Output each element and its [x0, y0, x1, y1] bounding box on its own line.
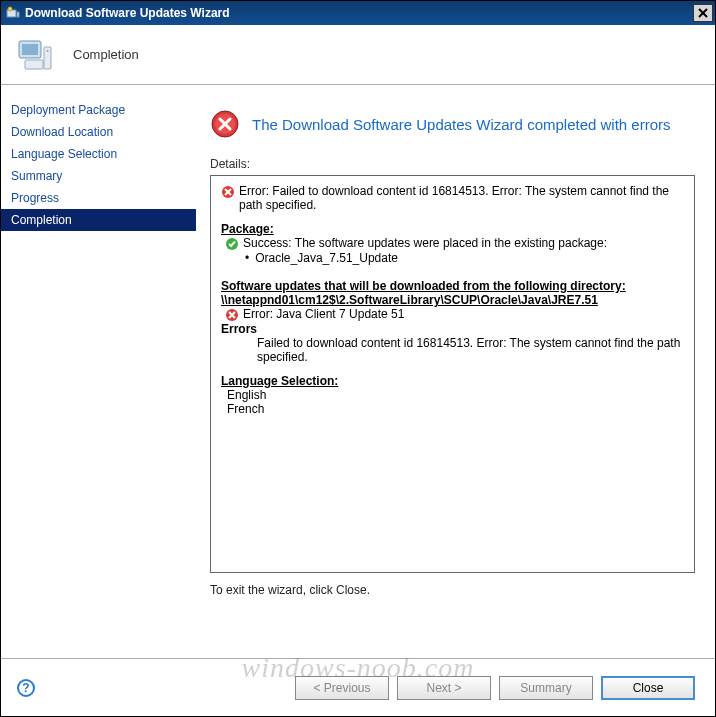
window-close-button[interactable]	[693, 4, 713, 22]
download-dir-heading: Software updates that will be downloaded…	[221, 279, 684, 307]
result-message: The Download Software Updates Wizard com…	[252, 116, 671, 133]
details-label: Details:	[210, 157, 695, 171]
exit-instruction: To exit the wizard, click Close.	[210, 583, 695, 597]
summary-button: Summary	[499, 676, 593, 700]
computer-icon	[15, 35, 55, 75]
svg-point-9	[47, 50, 49, 52]
sidebar-item-deployment-package[interactable]: Deployment Package	[1, 99, 196, 121]
errors-heading: Errors	[221, 322, 684, 336]
body: Deployment Package Download Location Lan…	[1, 85, 715, 658]
package-heading: Package:	[221, 222, 684, 236]
errors-body: Failed to download content id 16814513. …	[257, 336, 684, 364]
next-button: Next >	[397, 676, 491, 700]
language-heading: Language Selection:	[221, 374, 684, 388]
result-row: The Download Software Updates Wizard com…	[210, 109, 695, 139]
package-name: Oracle_Java_7.51_Update	[255, 251, 398, 265]
error-icon	[225, 308, 239, 322]
sidebar-item-language-selection[interactable]: Language Selection	[1, 143, 196, 165]
sidebar: Deployment Package Download Location Lan…	[1, 85, 196, 658]
previous-button: < Previous	[295, 676, 389, 700]
language-1: French	[227, 402, 684, 416]
package-success-row: Success: The software updates were place…	[221, 236, 684, 251]
item-error-row: Error: Java Client 7 Update 51	[221, 307, 684, 322]
sidebar-item-completion[interactable]: Completion	[1, 209, 196, 231]
details-box[interactable]: Error: Failed to download content id 168…	[210, 175, 695, 573]
main-pane: The Download Software Updates Wizard com…	[196, 85, 715, 658]
success-icon	[225, 237, 239, 251]
svg-rect-7	[25, 60, 43, 69]
window-title: Download Software Updates Wizard	[25, 6, 230, 20]
header: Completion	[1, 25, 715, 85]
package-success-text: Success: The software updates were place…	[243, 236, 607, 250]
svg-rect-0	[7, 10, 16, 17]
button-row: < Previous Next > Summary Close	[295, 676, 695, 700]
sidebar-item-download-location[interactable]: Download Location	[1, 121, 196, 143]
wizard-window: Download Software Updates Wizard Complet…	[0, 0, 716, 717]
details-top-error: Error: Failed to download content id 168…	[221, 184, 684, 212]
page-title: Completion	[73, 47, 139, 62]
language-0: English	[227, 388, 684, 402]
help-icon[interactable]: ?	[17, 679, 35, 697]
details-top-error-text: Error: Failed to download content id 168…	[239, 184, 684, 212]
sidebar-item-progress[interactable]: Progress	[1, 187, 196, 209]
footer: ? < Previous Next > Summary Close	[1, 658, 715, 716]
svg-point-2	[8, 7, 12, 11]
close-icon	[698, 8, 708, 18]
error-icon	[210, 109, 240, 139]
svg-rect-6	[22, 44, 38, 55]
close-button[interactable]: Close	[601, 676, 695, 700]
svg-rect-1	[17, 12, 19, 17]
titlebar: Download Software Updates Wizard	[1, 1, 715, 25]
item-error-text: Error: Java Client 7 Update 51	[243, 307, 404, 321]
sidebar-item-summary[interactable]: Summary	[1, 165, 196, 187]
app-icon	[5, 5, 21, 21]
package-name-row: Oracle_Java_7.51_Update	[221, 251, 684, 265]
error-icon	[221, 185, 235, 199]
